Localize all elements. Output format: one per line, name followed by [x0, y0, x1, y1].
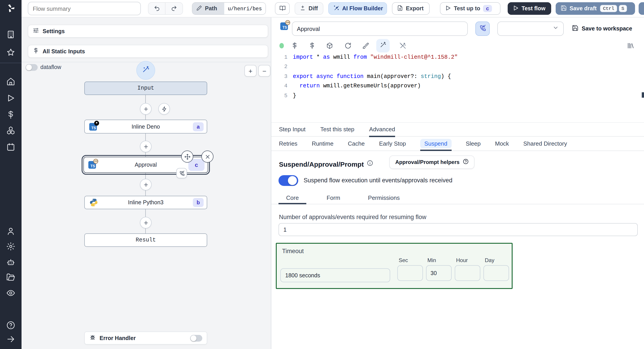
error-handler-toggle[interactable]: [190, 335, 202, 342]
line-number: 1: [271, 54, 288, 60]
all-static-inputs-button[interactable]: All Static Inputs: [28, 45, 268, 58]
code-line[interactable]: 2: [271, 62, 644, 72]
save-draft-button[interactable]: Save draft CtrlS: [556, 2, 635, 15]
timeout-unit-input-day[interactable]: [484, 265, 509, 281]
star-icon[interactable]: [6, 48, 15, 57]
dollar-icon[interactable]: [308, 42, 316, 49]
package-icon[interactable]: [326, 42, 333, 49]
subtab-retries[interactable]: Retries: [279, 137, 297, 151]
approval-prompt-helpers-button[interactable]: Approval/Prompt helpers: [389, 155, 474, 169]
script-version-select[interactable]: [497, 21, 564, 36]
subtab-sleep[interactable]: Sleep: [466, 137, 481, 151]
code-line[interactable]: 4 return wmill.getResumeUrls(approver): [271, 81, 644, 91]
gear-icon[interactable]: [6, 242, 15, 251]
save-to-workspace-button[interactable]: Save to workspace: [572, 25, 632, 33]
rotate-icon[interactable]: [344, 42, 352, 49]
timeout-unit-input-hour[interactable]: [455, 265, 480, 281]
timeout-unit-input-sec[interactable]: [397, 265, 423, 281]
code-editor[interactable]: 1import * as wmill from "windmill-client…: [271, 52, 644, 122]
tab-test-this-step[interactable]: Test this step: [320, 123, 354, 137]
timeout-unit-min: Min: [426, 257, 452, 281]
trigger-button[interactable]: [158, 103, 170, 115]
subtab-cache[interactable]: Cache: [348, 137, 364, 151]
zoom-out-button[interactable]: −: [258, 65, 270, 77]
insert-step-button[interactable]: [140, 103, 152, 115]
wand-off-icon[interactable]: [399, 42, 406, 49]
flow-node-inline-python[interactable]: Inline Python3 b: [84, 196, 207, 209]
diff-button[interactable]: Diff: [295, 2, 323, 15]
flow-summary-input[interactable]: [28, 2, 141, 15]
flow-node-input[interactable]: Input: [84, 81, 207, 95]
subtab-shared-directory[interactable]: Shared Directory: [523, 137, 567, 151]
redo-button[interactable]: [166, 3, 182, 14]
insert-step-button[interactable]: [140, 141, 152, 152]
approvals-count-label: Number of approvals/events required for …: [279, 214, 426, 220]
book-button[interactable]: [275, 2, 290, 15]
ai-assistant-button-active[interactable]: [376, 39, 390, 52]
zoom-in-button[interactable]: +: [244, 65, 256, 77]
path-value[interactable]: u/henri/bes: [224, 3, 266, 14]
user-icon[interactable]: [6, 227, 15, 236]
subtab-suspend[interactable]: Suspend: [420, 137, 452, 151]
move-step-button[interactable]: [181, 151, 193, 163]
path-group[interactable]: Path u/henri/bes: [192, 2, 266, 15]
timeout-unit-input-min[interactable]: [426, 265, 452, 281]
library-icon[interactable]: [627, 42, 634, 49]
play-icon[interactable]: [6, 94, 15, 103]
timeout-unit-label: Day: [484, 257, 509, 263]
suspend-toggle[interactable]: [278, 175, 298, 186]
approvals-count-input[interactable]: [278, 223, 638, 236]
flow-node-inline-deno[interactable]: TS Inline Deno a: [84, 120, 207, 133]
path-button[interactable]: Path: [192, 3, 224, 14]
tab-step-input[interactable]: Step Input: [279, 123, 306, 137]
undo-button[interactable]: [148, 3, 166, 14]
code-line[interactable]: 1import * as wmill from "windmill-client…: [271, 52, 644, 62]
delete-step-button[interactable]: [201, 151, 214, 163]
test-up-to-button[interactable]: Test up to c: [440, 2, 500, 15]
insert-step-button[interactable]: [140, 217, 152, 229]
coretab-permissions[interactable]: Permissions: [360, 192, 408, 204]
coretab-form[interactable]: Form: [319, 192, 348, 204]
code-line[interactable]: 3export async function main(approver?: s…: [271, 72, 644, 81]
timeout-unit-label: Sec: [397, 257, 423, 263]
dollar-icon: [33, 47, 39, 55]
wand-icon: [142, 65, 150, 75]
coretab-core[interactable]: Core: [278, 192, 306, 204]
help-icon[interactable]: [6, 321, 15, 330]
suspend-toggle-label: Suspend flow execution until events/appr…: [304, 177, 452, 184]
boxes-icon[interactable]: [6, 126, 15, 135]
arrow-right-icon[interactable]: [6, 335, 15, 344]
info-icon[interactable]: [367, 160, 373, 168]
calendar-icon[interactable]: [6, 142, 15, 151]
tab-advanced[interactable]: Advanced: [369, 123, 395, 137]
subtab-mock[interactable]: Mock: [495, 137, 509, 151]
brush-icon[interactable]: [362, 42, 369, 49]
test-flow-button[interactable]: Test flow: [508, 2, 551, 15]
folder-icon[interactable]: [6, 273, 15, 282]
export-button[interactable]: Export: [392, 2, 430, 15]
flow-node-result[interactable]: Result: [84, 233, 207, 247]
dollar-icon[interactable]: [291, 42, 298, 49]
deploy-button-partial[interactable]: [638, 2, 644, 15]
subtab-early-stop[interactable]: Early Stop: [379, 137, 406, 151]
subtab-runtime[interactable]: Runtime: [312, 137, 334, 151]
suspend-phone-button[interactable]: [476, 21, 490, 36]
insert-step-button[interactable]: [140, 179, 152, 190]
flow-settings-button[interactable]: Settings: [28, 25, 268, 38]
dollar-icon[interactable]: [6, 110, 15, 119]
code-line[interactable]: 5}: [271, 91, 644, 101]
timeout-unit-label: Hour: [455, 257, 480, 263]
ai-flow-builder-button[interactable]: AI Flow Builder: [328, 2, 387, 15]
home-icon[interactable]: [6, 77, 15, 86]
step-name-input[interactable]: [292, 21, 468, 36]
windmill-logo[interactable]: [6, 3, 16, 13]
eye-icon[interactable]: [6, 289, 15, 298]
robot-icon[interactable]: [6, 258, 15, 267]
error-handler-row[interactable]: Error Handler: [84, 332, 207, 345]
timeout-display-input[interactable]: [280, 268, 390, 282]
building-icon[interactable]: [6, 30, 15, 39]
editor-scrollbar[interactable]: [642, 92, 644, 98]
dataflow-toggle[interactable]: [26, 64, 38, 71]
timeout-unit-hour: Hour: [455, 257, 480, 281]
ai-wand-button[interactable]: [136, 61, 155, 80]
